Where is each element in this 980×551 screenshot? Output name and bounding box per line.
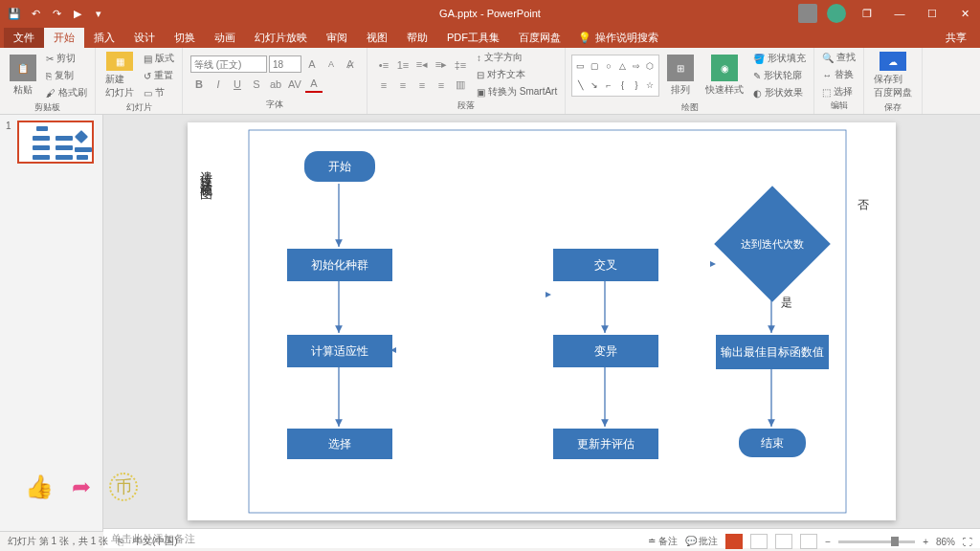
font-size-select[interactable]	[269, 55, 301, 73]
qat-more-icon[interactable]: ▾	[92, 7, 105, 20]
shape-effects-button[interactable]: ◐形状效果	[751, 85, 808, 100]
node-cross[interactable]: 交叉	[553, 249, 658, 281]
zoom-in-button[interactable]: +	[923, 537, 928, 547]
save-icon[interactable]: 💾	[8, 7, 21, 20]
font-color-button[interactable]: A	[305, 76, 323, 93]
zoom-level[interactable]: 86%	[936, 537, 955, 547]
tab-help[interactable]: 帮助	[397, 28, 437, 48]
tab-home[interactable]: 开始	[44, 28, 84, 48]
reset-button[interactable]: ↺重置	[142, 68, 176, 83]
shape-fill-button[interactable]: 🪣形状填充	[751, 51, 808, 66]
redo-icon[interactable]: ↷	[50, 7, 63, 20]
bold-button[interactable]: B	[190, 76, 208, 93]
zoom-slider[interactable]	[838, 540, 915, 543]
replace-button[interactable]: ↔替换	[820, 67, 858, 82]
indent-dec-icon[interactable]: ≡◂	[413, 56, 431, 74]
layout-button[interactable]: ▤版式	[142, 51, 176, 66]
slideshow-icon[interactable]: ▶	[71, 7, 84, 20]
baidu-save-button[interactable]: ☁ 保存到 百度网盘	[870, 50, 916, 101]
paste-button[interactable]: 📋 粘贴	[6, 50, 40, 101]
justify-icon[interactable]: ≡	[433, 77, 450, 94]
decrease-font-icon[interactable]: A	[323, 55, 340, 73]
tab-baidu[interactable]: 百度网盘	[509, 28, 570, 48]
slide-canvas-wrapper[interactable]: 👍 ➦ 币 遗传算法流程图	[103, 115, 980, 528]
columns-icon[interactable]: ▥	[452, 77, 469, 94]
node-init[interactable]: 初始化种群	[287, 249, 392, 281]
node-start[interactable]: 开始	[304, 151, 375, 182]
undo-icon[interactable]: ↶	[29, 7, 42, 20]
underline-button[interactable]: U	[229, 76, 246, 93]
strike-button[interactable]: S	[248, 76, 265, 93]
fit-to-window-button[interactable]: ⛶	[963, 537, 972, 547]
tab-file[interactable]: 文件	[4, 28, 44, 48]
slide-thumbnails-panel[interactable]: 1	[0, 115, 103, 531]
slide-title-vertical[interactable]: 遗传算法流程图	[197, 161, 214, 181]
zoom-out-button[interactable]: −	[825, 537, 831, 547]
section-button[interactable]: ▭节	[142, 85, 176, 100]
close-button[interactable]: ✕	[949, 0, 980, 27]
format-painter-button[interactable]: 🖌格式刷	[44, 85, 89, 100]
normal-view-button[interactable]	[725, 534, 743, 549]
tab-slideshow[interactable]: 幻灯片放映	[245, 28, 317, 48]
language-indicator[interactable]: 中文(中国)	[133, 535, 178, 548]
align-center-icon[interactable]: ≡	[394, 77, 412, 94]
new-slide-button[interactable]: ▦ 新建 幻灯片	[101, 50, 138, 101]
node-output[interactable]: 输出最佳目标函数值	[716, 335, 829, 369]
line-spacing-icon[interactable]: ‡≡	[452, 56, 469, 74]
spellcheck-icon[interactable]: ⎘	[118, 537, 123, 547]
zoom-slider-thumb[interactable]	[891, 537, 899, 546]
font-family-select[interactable]	[190, 55, 267, 73]
notes-toggle[interactable]: ≐ 备注	[648, 535, 678, 548]
tab-view[interactable]: 视图	[357, 28, 397, 48]
smartart-button[interactable]: ▣转换为 SmartArt	[475, 84, 559, 99]
thumbs-up-icon[interactable]: 👍	[25, 473, 54, 501]
share-button[interactable]: 共享	[936, 28, 976, 48]
tab-transitions[interactable]: 切换	[165, 28, 205, 48]
bullets-icon[interactable]: •≡	[375, 56, 392, 74]
spacing-button[interactable]: AV	[286, 76, 303, 93]
increase-font-icon[interactable]: A	[303, 55, 321, 73]
node-select[interactable]: 选择	[287, 429, 392, 459]
align-left-icon[interactable]: ≡	[375, 77, 392, 94]
clear-format-icon[interactable]: A̷	[342, 55, 359, 73]
shadow-button[interactable]: ab	[267, 76, 284, 93]
quick-styles-button[interactable]: ◉ 快速样式	[702, 50, 747, 101]
text-direction-button[interactable]: ↕文字方向	[475, 50, 559, 65]
sorter-view-button[interactable]	[750, 534, 768, 549]
align-text-button[interactable]: ⊟对齐文本	[475, 67, 559, 82]
minimize-button[interactable]: —	[884, 0, 915, 27]
shape-outline-button[interactable]: ✎形状轮廓	[751, 68, 808, 83]
copy-button[interactable]: ⎘复制	[44, 68, 89, 83]
reading-view-button[interactable]	[775, 534, 792, 549]
user-avatar-2[interactable]	[827, 4, 846, 23]
find-button[interactable]: 🔍查找	[820, 50, 858, 65]
indent-inc-icon[interactable]: ≡▸	[433, 56, 450, 74]
select-button[interactable]: ⬚选择	[820, 84, 858, 99]
ribbon-display-icon[interactable]: ❐	[852, 0, 882, 27]
tab-design[interactable]: 设计	[124, 28, 165, 48]
node-update[interactable]: 更新并评估	[553, 429, 658, 459]
maximize-button[interactable]: ☐	[917, 0, 947, 27]
comments-toggle[interactable]: 💬 批注	[685, 535, 719, 548]
tab-insert[interactable]: 插入	[84, 28, 124, 48]
node-mutate[interactable]: 变异	[553, 335, 658, 367]
tell-me-search[interactable]: 💡 操作说明搜索	[570, 28, 666, 48]
node-end[interactable]: 结束	[739, 429, 806, 457]
node-iteration-decision[interactable]: 达到迭代次数	[731, 203, 813, 285]
node-fitness[interactable]: 计算适应性	[287, 335, 392, 367]
slide-thumbnail-1[interactable]: 1	[6, 121, 97, 164]
arrange-button[interactable]: ⊞ 排列	[663, 50, 698, 101]
tab-pdf[interactable]: PDF工具集	[437, 28, 509, 48]
coin-icon[interactable]: 币	[109, 473, 138, 501]
tab-review[interactable]: 审阅	[317, 28, 357, 48]
slide-canvas[interactable]: 遗传算法流程图 开始 初始化种群	[188, 122, 896, 520]
share-arrow-icon[interactable]: ➦	[67, 473, 96, 501]
slideshow-view-button[interactable]	[800, 534, 817, 549]
align-right-icon[interactable]: ≡	[413, 77, 431, 94]
tab-animations[interactable]: 动画	[205, 28, 245, 48]
italic-button[interactable]: I	[210, 76, 227, 93]
shapes-gallery[interactable]: ▭ ▢ ○ △ ⇨ ⬡ ╲ ↘ ⌐ { } ☆	[571, 55, 659, 97]
cut-button[interactable]: ✂剪切	[44, 51, 89, 66]
user-avatar-1[interactable]	[798, 4, 817, 23]
numbering-icon[interactable]: 1≡	[394, 56, 412, 74]
